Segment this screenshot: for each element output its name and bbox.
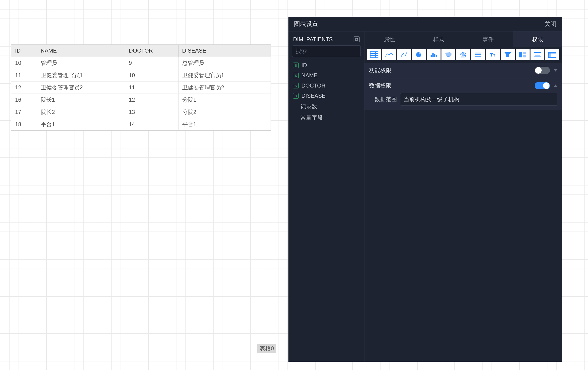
close-button[interactable]: 关闭	[544, 20, 556, 28]
list-chart-icon[interactable]	[471, 49, 485, 60]
field-label: 记录数	[301, 103, 317, 110]
table-row[interactable]: 18 平台1 14 平台1	[11, 118, 271, 130]
svg-rect-14	[436, 55, 437, 57]
svg-rect-24	[523, 52, 526, 54]
table-header-id[interactable]: ID	[11, 45, 37, 57]
string-type-icon: S	[293, 83, 299, 89]
china-map-icon[interactable]	[441, 49, 455, 60]
field-item[interactable]: S DISEASE	[288, 91, 364, 101]
table-row[interactable]: 11 卫健委管理官员1 10 卫健委管理官员1	[11, 69, 271, 81]
svg-rect-12	[432, 53, 434, 57]
radar-chart-icon[interactable]	[456, 49, 470, 60]
table-header-name[interactable]: NAME	[37, 45, 125, 57]
text-chart-icon[interactable]: TT	[486, 49, 500, 60]
panel-title: 图表设置	[294, 20, 318, 28]
svg-rect-26	[534, 52, 541, 57]
svg-point-9	[402, 54, 403, 55]
svg-point-5	[401, 56, 402, 57]
function-permission-section: 功能权限	[365, 63, 562, 78]
datasource-name[interactable]: DIM_PATIENTS	[293, 36, 333, 43]
svg-point-6	[403, 53, 404, 54]
chart-type-strip: TT	[365, 47, 562, 63]
kpi-chart-icon[interactable]	[531, 49, 544, 60]
table-row[interactable]: 12 卫健委管理官员2 11 卫健委管理官员2	[11, 81, 271, 94]
svg-text:T: T	[490, 52, 493, 57]
string-type-icon: S	[293, 73, 299, 78]
field-label: 常量字段	[301, 114, 323, 121]
table-header-row: ID NAME DOCTOR DISEASE	[11, 45, 271, 57]
config-column: 属性 样式 事件 权限 TT	[365, 31, 562, 362]
field-item[interactable]: S ID	[288, 60, 364, 70]
field-label: NAME	[301, 72, 317, 79]
line-chart-icon[interactable]	[382, 49, 396, 60]
field-item[interactable]: S NAME	[288, 70, 364, 80]
svg-point-7	[405, 55, 406, 56]
svg-rect-11	[430, 55, 432, 57]
function-permission-label: 功能权限	[369, 67, 391, 74]
svg-marker-22	[504, 52, 511, 57]
tab-style[interactable]: 样式	[414, 31, 463, 47]
field-label: ID	[301, 62, 307, 69]
svg-marker-16	[462, 53, 465, 56]
table-row[interactable]: 17 院长2 13 分院2	[11, 106, 271, 118]
svg-rect-0	[370, 52, 378, 58]
datasource-column: DIM_PATIENTS S ID S NAME S DO	[288, 31, 365, 362]
chevron-down-icon[interactable]	[554, 69, 557, 71]
data-table-widget[interactable]: ID NAME DOCTOR DISEASE 10 管理员 9 总管理员 11 …	[11, 44, 271, 130]
table-header-disease[interactable]: DISEASE	[178, 45, 271, 57]
config-tabs: 属性 样式 事件 权限	[365, 31, 562, 47]
scatter-chart-icon[interactable]	[397, 49, 411, 60]
svg-rect-23	[519, 52, 522, 57]
svg-rect-31	[549, 52, 556, 53]
string-type-icon: S	[293, 62, 299, 68]
field-item-record-count[interactable]: 记录数	[288, 101, 364, 112]
field-label: DISEASE	[301, 93, 326, 99]
table-row[interactable]: 10 管理员 9 总管理员	[11, 57, 271, 69]
field-item-constant[interactable]: 常量字段	[288, 112, 364, 123]
string-type-icon: S	[293, 93, 299, 99]
function-permission-toggle[interactable]	[535, 67, 550, 74]
pivot-table-icon[interactable]	[545, 49, 559, 60]
field-search-input[interactable]	[292, 45, 361, 57]
tab-events[interactable]: 事件	[463, 31, 513, 47]
pie-chart-icon[interactable]	[412, 49, 426, 60]
svg-rect-25	[523, 55, 526, 57]
panel-header: 图表设置 关闭	[288, 17, 562, 31]
chevron-up-icon[interactable]	[554, 84, 557, 87]
data-scope-label: 数据范围	[375, 96, 397, 103]
data-scope-value: 当前机构及一级子机构	[404, 96, 459, 102]
svg-point-8	[406, 52, 407, 54]
field-label: DOCTOR	[301, 82, 326, 89]
data-permission-section: 数据权限 数据范围 当前机构及一级子机构	[365, 78, 562, 110]
data-permission-label: 数据权限	[369, 82, 391, 89]
dashboard-panel-icon[interactable]	[516, 49, 530, 60]
chart-settings-panel: 图表设置 关闭 DIM_PATIENTS S ID S NAME	[288, 17, 562, 362]
expand-datasource-icon[interactable]	[354, 36, 360, 42]
data-permission-toggle[interactable]	[535, 82, 550, 89]
widget-name-label[interactable]: 表格0	[257, 344, 276, 353]
table-header-doctor[interactable]: DOCTOR	[125, 45, 178, 57]
bar-chart-icon[interactable]	[427, 49, 441, 60]
tab-attributes[interactable]: 属性	[365, 31, 414, 47]
table-icon[interactable]	[367, 49, 381, 60]
funnel-chart-icon[interactable]	[501, 49, 515, 60]
tab-permissions[interactable]: 权限	[513, 31, 562, 47]
field-item[interactable]: S DOCTOR	[288, 80, 364, 91]
table-row[interactable]: 16 院长1 12 分院1	[11, 94, 271, 106]
svg-rect-13	[434, 54, 435, 57]
svg-text:T: T	[494, 54, 495, 57]
data-scope-select[interactable]: 当前机构及一级子机构	[400, 93, 557, 106]
